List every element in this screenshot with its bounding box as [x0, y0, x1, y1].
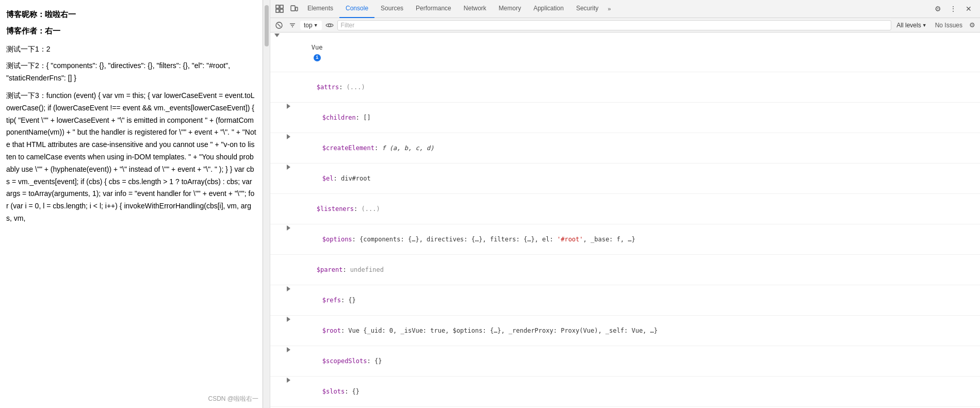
vue-info-badge: i [314, 54, 321, 61]
vertical-scrollbar[interactable] [263, 0, 270, 408]
log-level-selector[interactable]: All levels ▼ [893, 21, 929, 30]
expand-el-icon[interactable] [287, 165, 290, 170]
expand-children-icon[interactable] [287, 104, 290, 109]
tab-console[interactable]: Console [339, 0, 374, 18]
expand-options-icon[interactable] [287, 225, 290, 231]
filter-input[interactable] [337, 20, 892, 30]
tab-application[interactable]: Application [527, 0, 570, 18]
svg-rect-5 [296, 7, 298, 11]
log-level-chevron-icon: ▼ [922, 23, 927, 28]
tab-elements[interactable]: Elements [301, 0, 339, 18]
toolbar-right-controls: ⚙ ⋮ ✕ [930, 2, 978, 16]
tab-performance[interactable]: Performance [410, 0, 458, 18]
inspect-element-button[interactable] [272, 2, 287, 16]
test3-text: 测试一下3：function (event) { var vm = this; … [6, 91, 256, 222]
console-entry-options: $options: {components: {…}, directives: … [270, 224, 980, 255]
console-entry-el: $el: div#root [270, 164, 980, 194]
console-entry-attrs: $attrs: (...) [270, 72, 980, 103]
console-entry-parent: $parent: undefined [270, 255, 980, 285]
console-entry-refs: $refs: {} [270, 285, 980, 316]
eye-button[interactable] [324, 20, 335, 31]
watermark: CSDN @啦啦右一 [208, 394, 258, 404]
console-entry-listeners: $listeners: (...) [270, 194, 980, 224]
test1-text: 测试一下1：2 [6, 45, 51, 53]
log-level-label: All levels [896, 22, 921, 29]
svg-rect-1 [280, 5, 283, 8]
blogger-author-line: 博客作者：右一 [6, 25, 256, 37]
console-entry-scopedslots: $scopedSlots: {} [270, 346, 980, 377]
left-panel: 博客昵称：啦啦右一 博客作者：右一 测试一下1：2 测试一下2：{ "compo… [0, 0, 263, 408]
test1-line: 测试一下1：2 [6, 43, 256, 55]
context-selector[interactable]: top ▼ [300, 21, 322, 30]
tab-memory[interactable]: Memory [493, 0, 527, 18]
console-entry-vue: Vue i [270, 32, 980, 72]
console-toolbar: top ▼ All levels ▼ No Issues ⚙ [270, 18, 980, 32]
expand-slots-icon[interactable] [287, 378, 290, 383]
test3-line: 测试一下3：function (event) { var vm = this; … [6, 90, 256, 225]
scrollbar-thumb[interactable] [265, 5, 269, 46]
settings-button[interactable]: ⚙ [930, 2, 945, 16]
more-options-button[interactable]: ⋮ [946, 2, 960, 16]
console-output: Vue i $attrs: (...) $children: [] $creat… [270, 32, 980, 408]
expand-createelement-icon[interactable] [287, 134, 290, 139]
more-tabs-button[interactable]: » [605, 0, 614, 18]
device-toggle-button[interactable] [287, 2, 301, 16]
svg-line-7 [277, 24, 281, 27]
svg-rect-0 [276, 5, 279, 8]
tab-bar: Elements Console Sources Performance Net… [301, 0, 930, 18]
blogger-nickname-line: 博客昵称：啦啦右一 [6, 8, 256, 21]
svg-point-11 [328, 24, 331, 26]
console-entry-createelement: $createElement: f (a, b, c, d) [270, 133, 980, 164]
expand-vue-icon[interactable] [274, 34, 280, 37]
context-value: top [304, 22, 313, 29]
expand-scopedslots-icon[interactable] [287, 347, 290, 352]
test2-line: 测试一下2：{ "components": {}, "directives": … [6, 60, 256, 85]
tab-security[interactable]: Security [570, 0, 605, 18]
expand-refs-icon[interactable] [287, 286, 290, 291]
close-devtools-button[interactable]: ✕ [961, 2, 976, 16]
clear-console-button[interactable] [273, 20, 285, 31]
blogger-author-text: 博客作者：右一 [6, 26, 60, 35]
expand-root-icon[interactable] [287, 317, 290, 322]
console-entry-slots: $slots: {} [270, 377, 980, 407]
tab-sources[interactable]: Sources [374, 0, 410, 18]
console-entry-children: $children: [] [270, 103, 980, 133]
chevron-down-icon: ▼ [314, 23, 318, 28]
console-settings-icon[interactable]: ⚙ [968, 21, 977, 30]
blogger-nickname-text: 博客昵称：啦啦右一 [6, 10, 76, 19]
console-entry-root: $root: Vue {_uid: 0, _isVue: true, $opti… [270, 316, 980, 346]
devtools-tab-bar: Elements Console Sources Performance Net… [270, 0, 980, 18]
filter-button[interactable] [287, 20, 298, 31]
devtools-panel: Elements Console Sources Performance Net… [270, 0, 980, 408]
tab-network[interactable]: Network [458, 0, 493, 18]
svg-rect-2 [276, 9, 279, 12]
test2-text: 测试一下2：{ "components": {}, "directives": … [6, 61, 230, 82]
svg-rect-4 [291, 6, 295, 11]
svg-rect-3 [280, 9, 283, 12]
no-issues-label: No Issues [932, 22, 966, 29]
